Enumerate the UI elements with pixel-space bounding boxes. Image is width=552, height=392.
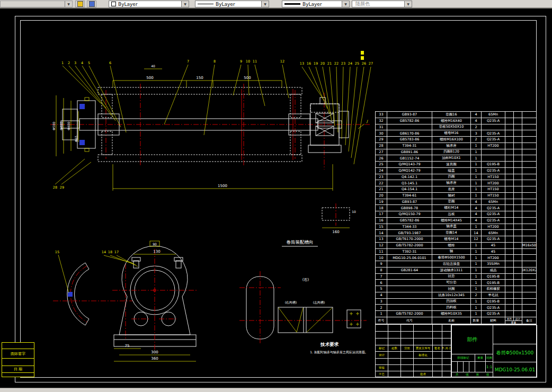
titleblock-label: 年.月.日 <box>442 345 451 352</box>
table-cell: 挡圈 <box>432 174 471 181</box>
titleblock-cell <box>401 371 414 378</box>
table-cell <box>505 211 514 218</box>
table-cell <box>522 230 536 236</box>
table-cell <box>514 193 522 199</box>
table-cell: 成品 <box>482 268 505 274</box>
table-cell <box>514 280 522 286</box>
table-cell <box>505 137 514 143</box>
titleblock-cell <box>433 352 442 359</box>
table-cell: 垫圈16 <box>432 112 471 118</box>
table-cell <box>505 130 514 137</box>
table-cell: 垫圈 <box>432 199 471 206</box>
table-cell <box>522 236 536 243</box>
titleblock-label: 标准化 <box>414 352 433 359</box>
table-cell <box>514 168 522 174</box>
chevron-down-icon[interactable]: ▼ <box>342 1 349 7</box>
table-cell: 31 <box>376 124 387 131</box>
layer-combo[interactable]: ▼ <box>0 1 73 7</box>
chevron-down-icon[interactable]: ▼ <box>261 1 269 7</box>
table-cell: HT150 <box>482 186 505 193</box>
plotstyle-combo[interactable]: 随颜色 ▼ <box>352 1 412 7</box>
table-cell: 3 <box>471 130 482 137</box>
titleblock-label: 审核 <box>376 365 388 371</box>
svg-text:卷筒装配槽向: 卷筒装配槽向 <box>287 239 314 245</box>
table-cell <box>514 118 522 124</box>
table-cell <box>505 118 514 124</box>
color-combo[interactable]: ByLayer ▼ <box>109 1 189 7</box>
table-cell <box>514 155 522 162</box>
svg-text:2: 2 <box>68 61 70 65</box>
table-cell: Q235-A <box>482 305 505 311</box>
svg-text:(右): (右) <box>302 278 309 282</box>
svg-text:130: 130 <box>153 250 160 254</box>
table-cell: 端盖 <box>432 168 471 174</box>
chevron-down-icon[interactable]: ▼ <box>65 1 72 7</box>
table-cell: 迷宫圈 <box>432 162 471 168</box>
table-cell <box>505 249 514 255</box>
table-cell: 羊毛毡 <box>482 292 505 299</box>
svg-text:29: 29 <box>60 185 64 190</box>
table-cell: 3 <box>376 299 387 305</box>
titleblock-cell <box>442 338 451 345</box>
linetype-combo[interactable]: ByLayer ▼ <box>195 1 269 7</box>
make-layer-current-button[interactable] <box>75 1 85 7</box>
table-cell <box>522 137 536 143</box>
titleblock-cell <box>414 325 433 332</box>
table-cell <box>514 137 522 143</box>
table-cell <box>522 112 536 118</box>
table-cell <box>505 224 514 230</box>
table-cell: 齿轮连接盘 <box>432 261 471 268</box>
table-cell: Q235-A <box>482 205 505 211</box>
lineweight-combo[interactable]: ByLayer ▼ <box>282 1 350 7</box>
chevron-down-icon[interactable]: ▼ <box>181 1 189 7</box>
titleblock-label: 设计 <box>376 352 388 359</box>
table-cell <box>522 280 536 286</box>
table-cell <box>505 280 514 286</box>
table-cell: 2 <box>471 292 482 299</box>
table-cell: 10 <box>376 255 387 261</box>
svg-text:7: 7 <box>187 59 189 64</box>
sheet-total-label: 共 <box>456 372 459 377</box>
table-cell <box>522 286 536 292</box>
table-cell <box>522 255 536 261</box>
table-cell <box>505 174 514 181</box>
svg-text:1: 1 <box>61 61 64 65</box>
svg-text:5: 5 <box>88 61 90 65</box>
table-cell: 4 <box>471 205 482 211</box>
layer-previous-button[interactable] <box>87 1 96 7</box>
table-cell: T392-31 <box>387 249 432 255</box>
lineweight-value: ByLayer <box>302 2 322 7</box>
table-cell <box>514 249 522 255</box>
table-cell: 5 <box>376 286 387 292</box>
table-cell: 50X120X25 <box>522 268 536 274</box>
table-cell: 21 <box>376 186 387 193</box>
status-strip <box>0 388 552 392</box>
svg-text:6: 6 <box>109 61 111 65</box>
table-cell: GB/T5782-2000 <box>387 311 432 317</box>
table-cell: M16x50 <box>522 243 536 249</box>
titleblock-cell <box>442 365 451 371</box>
company-cell <box>493 325 537 344</box>
table-cell <box>514 205 522 211</box>
titleblock-cell <box>433 365 442 371</box>
table-cell: 33 <box>376 112 387 118</box>
table-cell: Q235-A <box>482 118 505 124</box>
table-cell: Q195-B <box>482 274 505 280</box>
titleblock-cell <box>401 359 414 365</box>
table-cell: GB5782-86 <box>387 118 432 124</box>
table-cell <box>514 186 522 193</box>
drawing-number-cell: MDG10-25.06.01 <box>493 362 537 378</box>
table-cell <box>482 149 505 156</box>
signature-grid: 标记处数分区更改文件号签名年.月.日设计标准化审核工艺批准 <box>376 325 451 378</box>
table-cell <box>505 205 514 211</box>
table-cell: 1 <box>471 280 482 286</box>
svg-text:12: 12 <box>280 59 284 64</box>
table-cell <box>505 162 514 168</box>
sheet-unit2-label: 张 <box>486 372 489 377</box>
svg-text:22: 22 <box>334 61 339 66</box>
table-cell: 毡垫 <box>432 274 471 280</box>
titleblock-cell <box>414 365 433 371</box>
titleblock-label: 分区 <box>401 345 414 352</box>
main-assembly-view <box>50 84 370 226</box>
table-cell: 30 <box>376 130 387 137</box>
